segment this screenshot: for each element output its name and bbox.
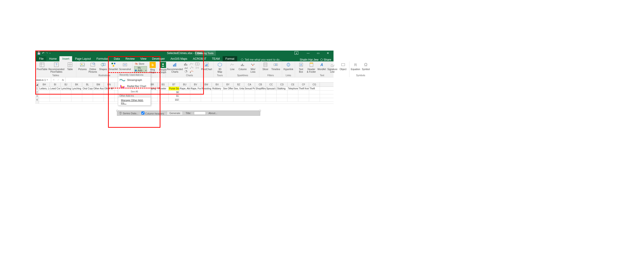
tell-me-search[interactable]: Tell me what you want to do... xyxy=(241,58,282,61)
cell[interactable]: Lewd Con xyxy=(50,87,60,90)
col-header[interactable]: BM xyxy=(93,83,104,87)
cell[interactable]: Stalking xyxy=(277,87,288,90)
qat-dropdown-icon[interactable]: ▾ xyxy=(50,52,50,54)
timeline-button[interactable]: Timeline xyxy=(271,62,280,71)
col-header[interactable]: CC xyxy=(266,83,277,87)
tab-file[interactable]: File xyxy=(36,56,46,61)
cell[interactable]: Spousal (C xyxy=(266,87,277,90)
formula-input[interactable] xyxy=(66,77,334,82)
hyperlink-button[interactable]: Hyperlink xyxy=(284,62,293,71)
3dmap-button[interactable]: 3D Map xyxy=(215,62,224,73)
cell[interactable]: Lymching xyxy=(60,87,72,90)
tab-team[interactable]: TEAM xyxy=(209,56,222,61)
cell[interactable]: 102 xyxy=(169,98,180,102)
tab-view[interactable]: View xyxy=(138,56,149,61)
tab-page-layout[interactable]: Page Layout xyxy=(72,56,94,61)
cell[interactable]: Sex, Unlaw xyxy=(234,87,244,90)
cell[interactable]: 91 xyxy=(169,94,180,98)
col-header[interactable]: BL xyxy=(82,83,93,87)
pictures-button[interactable]: Pictures xyxy=(78,62,87,71)
row-header[interactable]: 3 xyxy=(35,94,39,98)
cell[interactable]: Sexual Pe xyxy=(244,87,255,90)
chart-stock-icon[interactable] xyxy=(195,66,200,69)
wordart-button[interactable]: AWordArt xyxy=(317,62,326,71)
store-button[interactable]: 🛍Store xyxy=(134,62,147,66)
col-header[interactable]: CF xyxy=(298,83,309,87)
col-header[interactable]: BY xyxy=(223,83,234,87)
cell[interactable]: Sex Offen xyxy=(223,87,234,90)
pivottable-button[interactable]: PivotTable xyxy=(37,62,48,71)
addin-streamgraph[interactable]: Streamgraph xyxy=(118,77,150,83)
row-header[interactable]: 1 xyxy=(35,87,39,90)
col-header[interactable]: BZ xyxy=(234,83,244,87)
col-header[interactable]: BS xyxy=(158,83,169,87)
cell[interactable]: Lynching - xyxy=(72,87,82,90)
minimize-button[interactable]: — xyxy=(304,51,313,56)
cell[interactable]: Rape, Atte xyxy=(180,87,190,90)
worksheet-grid[interactable]: ◢ BH BI BJ BK BL BM BN BO BP BQ BR BS BT… xyxy=(35,83,334,104)
col-header[interactable]: CA xyxy=(244,83,255,87)
cell[interactable]: Robbery xyxy=(212,87,223,90)
resize-handle-icon[interactable] xyxy=(259,110,261,112)
headerfooter-button[interactable]: Header & Footer xyxy=(307,62,316,73)
tab-formulas[interactable]: Formulas xyxy=(94,56,111,61)
tab-arcgis[interactable]: ArcGIS Maps xyxy=(168,56,190,61)
col-header[interactable]: BH xyxy=(39,83,50,87)
table-button[interactable]: Table xyxy=(65,62,75,71)
cell[interactable]: Telephone xyxy=(288,87,298,90)
cell[interactable]: 98 xyxy=(169,91,180,94)
select-all-corner[interactable]: ◢ xyxy=(35,83,39,87)
col-header[interactable]: BX xyxy=(212,83,223,87)
shapes-button[interactable]: Shapes xyxy=(98,62,108,71)
sparkline-winloss-button[interactable]: Win/ Loss xyxy=(248,62,258,73)
name-box[interactable]: Add-in 1 ▾ xyxy=(35,77,51,82)
maximize-button[interactable]: ▭ xyxy=(313,51,323,56)
redo-icon[interactable]: ↷ xyxy=(46,52,48,55)
screenshot-button[interactable]: Screenshot xyxy=(119,62,131,71)
textbox-button[interactable]: AText Box xyxy=(296,62,306,73)
cell[interactable]: Rape, Forc xyxy=(190,87,201,90)
chart-line-icon[interactable] xyxy=(189,62,194,66)
see-all-addins[interactable]: See All xyxy=(118,89,150,94)
object-button[interactable]: Object xyxy=(338,62,348,71)
col-header[interactable]: BV xyxy=(190,83,201,87)
cell[interactable]: Resisting A xyxy=(201,87,212,90)
cell[interactable]: Purse Sna xyxy=(169,87,180,90)
slicer-button[interactable]: Slicer xyxy=(261,62,270,71)
sigline-button[interactable]: Signature Line xyxy=(328,62,338,73)
chart-combo-icon[interactable] xyxy=(189,70,194,73)
pivotchart-button[interactable]: PivotChart xyxy=(201,62,212,71)
undo-icon[interactable]: ↶ xyxy=(42,52,44,55)
close-button[interactable]: ✕ xyxy=(323,51,332,56)
user-name[interactable]: Shalin Hai-Jew xyxy=(300,58,318,61)
tab-acrobat[interactable]: ACROBAT xyxy=(190,56,209,61)
fx-label[interactable]: fx xyxy=(60,79,65,81)
col-header[interactable]: BT xyxy=(169,83,180,87)
tab-insert[interactable]: Insert xyxy=(60,56,72,61)
recommended-charts-button[interactable]: Recommended Charts xyxy=(167,62,183,73)
col-header[interactable]: BK xyxy=(72,83,82,87)
tab-developer[interactable]: Developer xyxy=(149,56,168,61)
tab-review[interactable]: Review xyxy=(122,56,138,61)
symbol-button[interactable]: ΩSymbol xyxy=(361,62,370,71)
resize-handle-icon[interactable] xyxy=(116,110,118,112)
cell[interactable]: Theft from xyxy=(298,87,309,90)
col-header[interactable]: CE xyxy=(288,83,298,87)
chart-bar-icon[interactable] xyxy=(184,62,189,66)
manage-addins-link[interactable]: Manage Other Add-ins... xyxy=(118,98,150,105)
series-data-button[interactable]: TSeries Data... xyxy=(119,112,138,115)
tab-home[interactable]: Home xyxy=(46,56,60,61)
bing-maps-button[interactable]: bBing Maps xyxy=(148,62,157,74)
chart-scatter-icon[interactable] xyxy=(189,66,194,69)
col-header[interactable]: BI xyxy=(50,83,60,87)
cell[interactable]: Other M xyxy=(104,87,114,90)
column-headers-checkbox[interactable]: Column headers xyxy=(142,111,164,115)
online-pictures-button[interactable]: Online Pictures xyxy=(88,62,98,73)
row-header[interactable]: 2 xyxy=(35,91,39,94)
col-header[interactable]: BN xyxy=(104,83,114,87)
cell[interactable]: Letters, Le xyxy=(39,87,50,90)
namebox-dropdown-icon[interactable]: ▾ xyxy=(47,79,48,81)
tab-format[interactable]: Format xyxy=(223,56,237,61)
row-header[interactable]: 4 xyxy=(35,98,39,102)
col-header[interactable]: CD xyxy=(277,83,288,87)
